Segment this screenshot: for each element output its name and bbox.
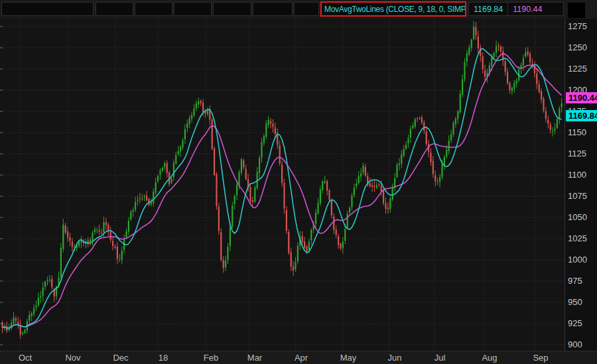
price-axis-label: 1050	[568, 212, 587, 223]
price-axis-label: 900	[568, 339, 582, 350]
collapsed-panel-button[interactable]	[568, 3, 585, 18]
price-axis-label: 1275	[568, 21, 587, 32]
price-badge: 1169.84	[566, 110, 597, 121]
price-axis-label: 1100	[568, 170, 586, 180]
price-axis-label: 950	[568, 297, 582, 308]
toolbar-segment[interactable]	[174, 2, 212, 16]
indicator-values-readout: 1169.84 1190.44	[468, 2, 564, 16]
toolbar-segment[interactable]	[96, 2, 133, 16]
time-axis-label: May	[340, 353, 357, 363]
price-axis-label: 1250	[568, 42, 587, 53]
ma18-value: 1190.44	[507, 3, 547, 15]
toolbar-segment[interactable]	[253, 2, 293, 16]
time-axis-label: Jun	[388, 353, 402, 363]
indicator-label: MovAvgTwoLines (CLOSE, 9, 18, 0, SIMPLE)	[324, 5, 466, 14]
time-axis-label: Dec	[113, 353, 128, 363]
time-axis-label: Sep	[533, 353, 548, 363]
time-axis-label: Mar	[247, 353, 262, 363]
price-axis-label: 1025	[568, 233, 587, 244]
price-axis-label: 1000	[568, 255, 587, 265]
time-axis-label: Nov	[65, 353, 80, 363]
time-axis[interactable]: OctNovDec18FebMarAprMayJunJulAugSep	[0, 351, 597, 364]
time-axis-label: Oct	[19, 353, 32, 363]
trading-chart-window: { "top_bar": { "indicator_label": "MovAv…	[0, 0, 597, 364]
toolbar-segment[interactable]	[213, 2, 251, 16]
time-axis-label: 18	[159, 353, 168, 363]
sma18-line	[3, 54, 562, 328]
price-axis-label: 1225	[568, 64, 587, 74]
time-axis-label: Apr	[295, 353, 308, 363]
price-axis-label: 925	[568, 318, 582, 329]
time-axis-label: Aug	[482, 353, 497, 363]
chart-canvas[interactable]	[0, 19, 564, 351]
indicator-selector-button[interactable]: MovAvgTwoLines (CLOSE, 9, 18, 0, SIMPLE)	[320, 1, 466, 17]
price-badge: 1190.44	[566, 92, 597, 103]
price-axis[interactable]: 1275125012251200117511501125110010751050…	[564, 19, 597, 351]
time-axis-label: Feb	[204, 353, 218, 363]
time-axis-label: Jul	[434, 353, 446, 363]
ma9-value: 1169.84	[469, 3, 507, 15]
toolbar-segment[interactable]	[1, 2, 94, 16]
price-axis-label: 1125	[568, 149, 586, 159]
top-toolbar: MovAvgTwoLines (CLOSE, 9, 18, 0, SIMPLE)…	[0, 0, 597, 19]
toolbar-segment[interactable]	[135, 2, 172, 16]
sma9-line	[3, 48, 562, 328]
price-axis-label: 975	[568, 276, 582, 286]
price-axis-label: 1075	[568, 191, 587, 202]
toolbar-segment[interactable]	[294, 2, 319, 16]
price-axis-label: 1150	[568, 127, 586, 138]
